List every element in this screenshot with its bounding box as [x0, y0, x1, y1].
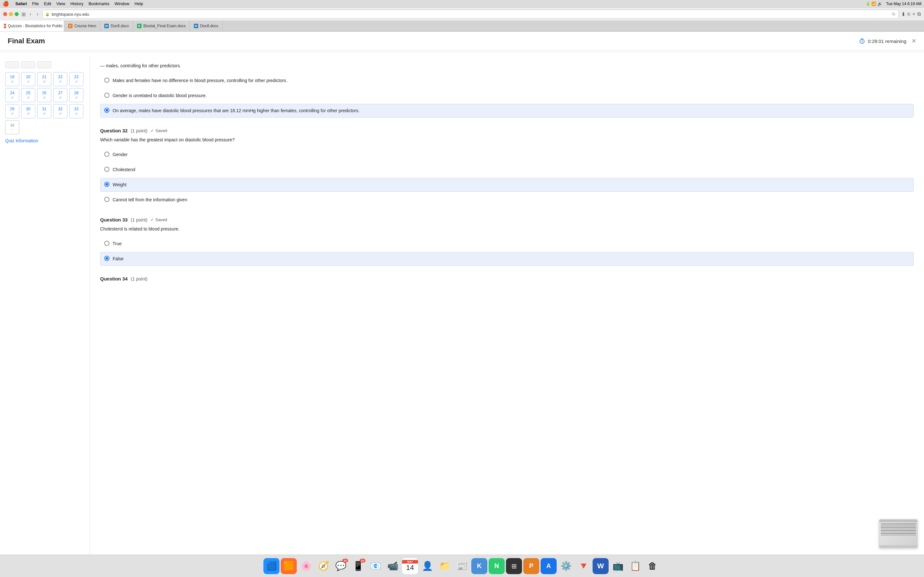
question-nav-20[interactable]: 20 ✓ [21, 72, 35, 86]
header-divider [0, 52, 924, 52]
question-nav-25[interactable]: 25 ✓ [21, 88, 35, 102]
question-nav-29[interactable]: 29 ✓ [5, 104, 19, 118]
toolbar-icons: ⬇ ⎋ + ⧉ [901, 11, 921, 17]
q33-radio-false[interactable] [104, 256, 110, 261]
question-nav-31[interactable]: 31 ✓ [37, 104, 51, 118]
menubar-edit[interactable]: Edit [44, 1, 51, 6]
q33-option-false[interactable]: False [100, 252, 914, 266]
forward-button[interactable]: › [35, 12, 40, 16]
downloads-icon[interactable]: ⬇ [901, 11, 905, 17]
question-31-partial-text: — males, controlling for other predictor… [100, 63, 914, 69]
address-bar[interactable]: 🔒 brightspace.nyu.edu ↻ [42, 10, 899, 19]
dock-word[interactable]: W [593, 558, 609, 574]
tab-label-doc8: Doc8.docx [111, 24, 129, 28]
minimize-window-button[interactable] [9, 12, 13, 16]
dock-whatsapp-badge: 24 [360, 559, 365, 562]
question-nav-19[interactable]: 19 ✓ [5, 72, 19, 86]
dock-whatsapp[interactable]: 📱 24 [350, 558, 366, 574]
question-33-points: (1 point) [131, 218, 147, 222]
partial-q-btn-3[interactable] [37, 61, 51, 68]
dock-numbers[interactable]: N [489, 558, 505, 574]
q32-option-cholesterol[interactable]: Cholesterol [100, 163, 914, 177]
dock-facetime[interactable]: 📹 [384, 558, 401, 574]
question-nav-33[interactable]: 33 ✓ [69, 104, 83, 118]
dock-calendar[interactable]: MAY 14 [402, 558, 418, 574]
question-nav-24[interactable]: 24 ✓ [5, 88, 19, 102]
menubar-view[interactable]: View [57, 1, 65, 6]
sidebar-toggle-button[interactable]: ⊞ [21, 12, 26, 16]
q32-option-cannot-tell[interactable]: Cannot tell from the information given [100, 193, 914, 207]
menubar-file[interactable]: File [32, 1, 39, 6]
quiz-information-link[interactable]: Quiz Information [5, 138, 84, 143]
back-button[interactable]: ‹ [28, 12, 33, 16]
share-icon[interactable]: ⎋ [907, 11, 911, 17]
q31-option-a[interactable]: Males and females have no difference in … [100, 74, 914, 87]
close-exam-button[interactable]: ✕ [911, 37, 916, 45]
maximize-window-button[interactable] [15, 12, 19, 16]
dock-appstore[interactable]: A [541, 558, 557, 574]
tab-biostat[interactable]: B Biostat_Final Exam.docx [133, 21, 190, 31]
menubar-window[interactable]: Window [115, 1, 129, 6]
question-nav-28[interactable]: 28 ✓ [69, 88, 83, 102]
q33-option-true[interactable]: True [100, 237, 914, 251]
q32-radio-gender[interactable] [104, 152, 110, 157]
menubar-help[interactable]: Help [134, 1, 143, 6]
dock-contacts[interactable]: 👤 [419, 558, 435, 574]
dock-files[interactable]: 📁 [437, 558, 453, 574]
dock-photos[interactable]: 🌸 [298, 558, 314, 574]
q33-radio-true[interactable] [104, 241, 110, 246]
q32-option-gender[interactable]: Gender [100, 148, 914, 161]
tab-coursehero[interactable]: C Course Hero [64, 21, 100, 31]
menubar-app[interactable]: Safari [15, 1, 27, 6]
dock-docviewer[interactable]: 📋 [627, 558, 643, 574]
tab-doc8[interactable]: W Doc8.docx [100, 21, 133, 31]
dock-finder[interactable]: 🟦 [263, 558, 279, 574]
lock-icon: 🔒 [45, 12, 50, 16]
tab-label-biostat: Biostat_Final Exam.docx [144, 24, 186, 28]
thumbnail-header [879, 520, 917, 522]
tab-favicon-coursehero: C [68, 24, 73, 28]
close-window-button[interactable] [3, 12, 7, 16]
question-34-partial: Question 34 (1 point) [100, 276, 914, 282]
partial-q-btn-2[interactable] [21, 61, 35, 68]
dock-safari[interactable]: 🧭 [315, 558, 331, 574]
q32-radio-cholesterol[interactable] [104, 167, 110, 172]
partial-q-btn-1[interactable] [5, 61, 19, 68]
q31-radio-a[interactable] [104, 77, 110, 83]
dock-trash[interactable]: 🗑 [645, 558, 661, 574]
dock-settings[interactable]: ⚙️ [558, 558, 574, 574]
question-nav-22[interactable]: 22 ✓ [53, 72, 67, 86]
menubar-bookmarks[interactable]: Bookmarks [89, 1, 110, 6]
apple-menu[interactable]: 🍎 [3, 1, 9, 7]
menubar-history[interactable]: History [70, 1, 83, 6]
dock-transmission[interactable]: 🔻 [575, 558, 591, 574]
reload-button[interactable]: ↻ [892, 11, 896, 17]
dock-keynote[interactable]: K [471, 558, 487, 574]
q32-radio-weight[interactable] [104, 182, 110, 187]
question-nav-27[interactable]: 27 ✓ [53, 88, 67, 102]
q31-radio-c[interactable] [104, 108, 110, 113]
question-nav-21[interactable]: 21 ✓ [37, 72, 51, 86]
question-34-label: Question 34 [100, 276, 128, 282]
dock-launchpad[interactable]: 🟧 [281, 558, 297, 574]
question-nav-30[interactable]: 30 ✓ [21, 104, 35, 118]
q31-option-c[interactable]: On average, males have diastolic blood p… [100, 104, 914, 118]
dock-news[interactable]: 📰 [454, 558, 470, 574]
q32-option-weight[interactable]: Weight [100, 178, 914, 192]
question-nav-34[interactable]: 34 -- [5, 120, 19, 134]
tabs-overview-icon[interactable]: ⧉ [917, 11, 921, 17]
question-nav-23[interactable]: 23 ✓ [69, 72, 83, 86]
q31-radio-b[interactable] [104, 93, 110, 98]
dock-messages[interactable]: 💬 24 [333, 558, 349, 574]
tab-quizzes[interactable]: N Quizzes - Biostatistics for Public Hea… [0, 21, 64, 31]
dock-squares[interactable]: ⊞ [506, 558, 522, 574]
q31-option-b[interactable]: Gender is unrelated to diastolic blood p… [100, 89, 914, 103]
new-tab-icon[interactable]: + [913, 11, 915, 17]
dock-pages[interactable]: P [523, 558, 540, 574]
q32-radio-cannot-tell[interactable] [104, 197, 110, 202]
question-nav-26[interactable]: 26 ✓ [37, 88, 51, 102]
question-nav-32[interactable]: 32 ✓ [53, 104, 67, 118]
tab-doc8b[interactable]: W Doc8.docx [190, 21, 223, 31]
dock-tv[interactable]: 📺 [610, 558, 626, 574]
dock-mail[interactable]: 📧 [367, 558, 383, 574]
